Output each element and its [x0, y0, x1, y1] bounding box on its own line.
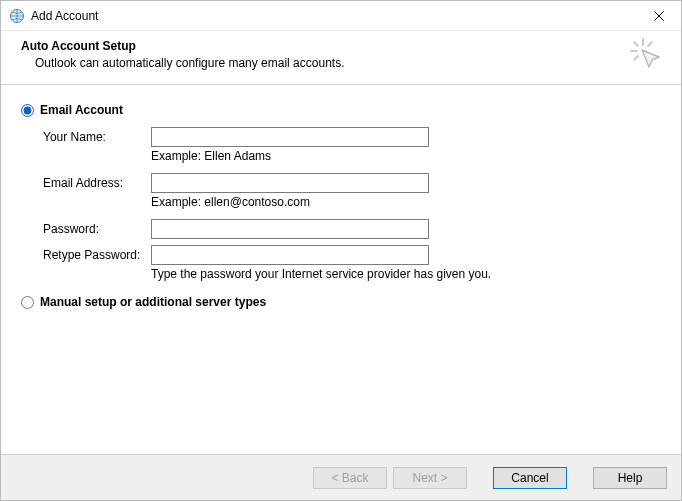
cancel-button[interactable]: Cancel — [493, 467, 567, 489]
password-input[interactable] — [151, 219, 429, 239]
manual-setup-radio[interactable] — [21, 296, 34, 309]
add-account-dialog: Add Account Auto Account Setup Outlook c… — [0, 0, 682, 501]
cursor-click-icon — [629, 37, 665, 76]
your-name-input[interactable] — [151, 127, 429, 147]
your-name-label: Your Name: — [43, 130, 151, 144]
help-button[interactable]: Help — [593, 467, 667, 489]
email-hint: Example: ellen@contoso.com — [151, 195, 661, 209]
email-label: Email Address: — [43, 176, 151, 190]
wizard-header: Auto Account Setup Outlook can automatic… — [1, 31, 681, 84]
manual-setup-label[interactable]: Manual setup or additional server types — [40, 295, 266, 309]
wizard-subtitle: Outlook can automatically configure many… — [35, 56, 661, 70]
titlebar: Add Account — [1, 1, 681, 31]
email-input[interactable] — [151, 173, 429, 193]
retype-password-input[interactable] — [151, 245, 429, 265]
svg-line-4 — [648, 42, 652, 46]
close-button[interactable] — [636, 1, 681, 31]
wizard-footer: < Back Next > Cancel Help — [1, 454, 681, 500]
retype-password-label: Retype Password: — [43, 248, 151, 262]
wizard-heading: Auto Account Setup — [21, 39, 661, 53]
back-button: < Back — [313, 467, 387, 489]
wizard-content: Email Account Your Name: Example: Ellen … — [1, 85, 681, 454]
svg-line-3 — [634, 42, 638, 46]
email-account-radio[interactable] — [21, 104, 34, 117]
option-manual-setup[interactable]: Manual setup or additional server types — [21, 295, 661, 309]
email-account-form: Your Name: Example: Ellen Adams Email Ad… — [43, 127, 661, 281]
window-title: Add Account — [31, 9, 98, 23]
password-hint: Type the password your Internet service … — [151, 267, 661, 281]
password-label: Password: — [43, 222, 151, 236]
email-account-label[interactable]: Email Account — [40, 103, 123, 117]
option-email-account[interactable]: Email Account — [21, 103, 661, 117]
your-name-hint: Example: Ellen Adams — [151, 149, 661, 163]
svg-line-5 — [634, 56, 638, 60]
next-button: Next > — [393, 467, 467, 489]
globe-icon — [9, 8, 25, 24]
